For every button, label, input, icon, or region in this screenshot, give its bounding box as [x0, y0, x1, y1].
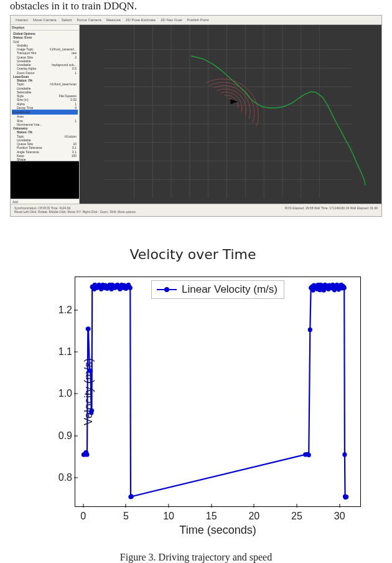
y-tick: 0.9 — [47, 430, 72, 442]
svg-point-23 — [85, 452, 89, 457]
legend: Linear Velocity (m/s) — [151, 280, 284, 299]
y-tick: 1.1 — [47, 346, 72, 357]
displays-title: Displays — [11, 25, 79, 31]
legend-label: Linear Velocity (m/s) — [182, 283, 278, 296]
figure-caption: Figure 3. Driving trajectory and speed — [0, 552, 392, 563]
chart-title: Velocity over Time — [19, 247, 367, 262]
svg-point-27 — [88, 369, 93, 373]
x-tick: 25 — [291, 511, 302, 522]
tool-interact[interactable]: Interact — [16, 18, 28, 22]
y-tick: 1.0 — [47, 388, 72, 399]
tool-measure[interactable]: Measure — [106, 18, 121, 22]
y-tick: 1.2 — [47, 305, 72, 316]
tool-focus[interactable]: Focus Camera — [77, 18, 101, 22]
svg-point-83 — [307, 453, 311, 457]
velocity-chart: Velocity over Time Velocity (m/s) Time (… — [19, 247, 367, 539]
rviz-toolbar: Interact Move Camera Select Focus Camera… — [11, 16, 381, 25]
status-hints: Reset Left-Click: Rotate. Middle-Click: … — [14, 210, 378, 214]
svg-point-29 — [90, 409, 94, 413]
x-tick: 5 — [123, 511, 129, 522]
camera-preview — [11, 161, 79, 199]
svg-point-129 — [344, 494, 348, 499]
y-tick: 0.8 — [47, 472, 72, 483]
x-tick: 20 — [248, 511, 259, 522]
page-text-fragment: obstacles in it to train DDQN. — [10, 0, 137, 12]
x-tick: 30 — [334, 511, 345, 522]
svg-point-84 — [308, 328, 312, 332]
svg-point-125 — [342, 286, 347, 290]
line-series — [82, 283, 348, 499]
svg-point-25 — [86, 326, 90, 331]
tool-publish-point[interactable]: Publish Point — [187, 18, 208, 22]
trajectory-path — [191, 56, 365, 186]
svg-point-80 — [129, 494, 134, 499]
legend-marker-icon — [157, 289, 177, 290]
x-tick: 0 — [80, 511, 86, 522]
x-tick: 15 — [206, 511, 217, 522]
x-tick: 10 — [163, 511, 174, 522]
tool-2d-nav[interactable]: 2D Nav Goal — [161, 18, 182, 22]
rviz-statusbar: Synchronization: Off ROS Time: 4124.66 R… — [11, 204, 381, 216]
tool-select[interactable]: Select — [62, 18, 72, 22]
status-right: ROS Elapsed: 29.58 Wall Time: 171146160.… — [285, 206, 378, 210]
displays-panel[interactable]: Displays Global OptionsStatus: ErrorGrid… — [11, 25, 80, 204]
tool-move-camera[interactable]: Move Camera — [33, 18, 57, 22]
rviz-3d-view[interactable] — [80, 25, 381, 204]
plot-area: Velocity (m/s) Time (seconds) Linear Vel… — [75, 277, 361, 507]
tool-2d-pose[interactable]: 2D Pose Estimate — [126, 18, 156, 22]
svg-point-78 — [128, 286, 133, 290]
rviz-window: Interact Move Camera Select Focus Camera… — [10, 15, 382, 217]
x-axis-label: Time (seconds) — [179, 524, 256, 537]
displays-tree[interactable]: Global OptionsStatus: ErrorGridVisibilit… — [11, 31, 79, 161]
svg-point-126 — [342, 452, 347, 457]
